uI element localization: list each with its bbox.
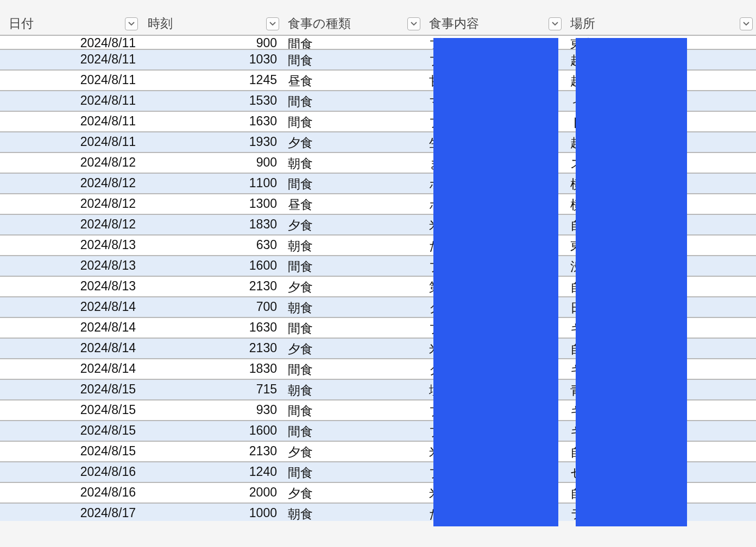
chevron-down-icon [128, 22, 135, 26]
header-type-label: 食事の種類 [288, 15, 351, 32]
cell-date[interactable]: 2024/8/14 [0, 297, 141, 317]
cell-date[interactable]: 2024/8/11 [0, 34, 141, 49]
cell-time[interactable]: 1030 [141, 50, 282, 69]
cell-date[interactable]: 2024/8/11 [0, 71, 141, 90]
cell-time[interactable]: 2000 [141, 483, 282, 503]
cell-date[interactable]: 2024/8/15 [0, 442, 141, 461]
header-food: 食事内容 [424, 12, 565, 35]
cell-date[interactable]: 2024/8/13 [0, 236, 141, 255]
cell-type[interactable]: 朝食 [282, 504, 424, 521]
filter-button-time[interactable] [266, 17, 279, 30]
cell-type[interactable]: 間食 [282, 112, 424, 131]
cell-time[interactable]: 1245 [141, 71, 282, 90]
cell-time[interactable]: 1100 [141, 174, 282, 193]
cell-type[interactable]: 朝食 [282, 236, 424, 255]
cell-type[interactable]: 昼食 [282, 71, 424, 90]
cell-date[interactable]: 2024/8/15 [0, 421, 141, 441]
cell-type[interactable]: 間食 [282, 462, 424, 482]
cell-time[interactable]: 1830 [141, 359, 282, 379]
cell-type[interactable]: 間食 [282, 318, 424, 338]
cell-type[interactable]: 間食 [282, 50, 424, 69]
table-header-row: 日付 時刻 食事の種類 食事内容 場所 [0, 12, 756, 36]
header-time: 時刻 [141, 12, 282, 35]
cell-date[interactable]: 2024/8/14 [0, 318, 141, 338]
cell-date[interactable]: 2024/8/17 [0, 504, 141, 521]
redaction-block [433, 38, 558, 526]
chevron-down-icon [411, 22, 417, 26]
cell-date[interactable]: 2024/8/13 [0, 256, 141, 276]
cell-type[interactable]: 夕食 [282, 277, 424, 296]
cell-date[interactable]: 2024/8/11 [0, 91, 141, 111]
cell-date[interactable]: 2024/8/14 [0, 359, 141, 379]
cell-type[interactable]: 朝食 [282, 297, 424, 317]
cell-date[interactable]: 2024/8/13 [0, 277, 141, 296]
cell-type[interactable]: 間食 [282, 359, 424, 379]
cell-type[interactable]: 間食 [282, 34, 424, 49]
cell-type[interactable]: 朝食 [282, 153, 424, 173]
cell-type[interactable]: 夕食 [282, 483, 424, 503]
cell-type[interactable]: 間食 [282, 256, 424, 276]
cell-type[interactable]: 夕食 [282, 442, 424, 461]
cell-time[interactable]: 930 [141, 400, 282, 420]
header-food-label: 食事内容 [429, 15, 479, 32]
cell-type[interactable]: 間食 [282, 421, 424, 441]
chevron-down-icon [743, 22, 749, 26]
cell-type[interactable]: 間食 [282, 91, 424, 111]
cell-time[interactable]: 700 [141, 297, 282, 317]
header-place-label: 場所 [570, 15, 595, 32]
cell-time[interactable]: 1630 [141, 318, 282, 338]
cell-time[interactable]: 1600 [141, 256, 282, 276]
cell-time[interactable]: 2130 [141, 277, 282, 296]
cell-date[interactable]: 2024/8/15 [0, 400, 141, 420]
cell-time[interactable]: 1300 [141, 194, 282, 214]
cell-time[interactable]: 900 [141, 34, 282, 49]
cell-time[interactable]: 1830 [141, 215, 282, 234]
cell-time[interactable]: 715 [141, 380, 282, 399]
filter-button-food[interactable] [549, 17, 562, 30]
cell-time[interactable]: 1240 [141, 462, 282, 482]
filter-button-date[interactable] [125, 17, 138, 30]
cell-time[interactable]: 1930 [141, 132, 282, 152]
cell-date[interactable]: 2024/8/12 [0, 174, 141, 193]
redaction-block [576, 38, 687, 526]
header-time-label: 時刻 [148, 15, 173, 32]
cell-type[interactable]: 夕食 [282, 132, 424, 152]
cell-time[interactable]: 630 [141, 236, 282, 255]
cell-date[interactable]: 2024/8/11 [0, 132, 141, 152]
cell-type[interactable]: 朝食 [282, 380, 424, 399]
header-type: 食事の種類 [282, 12, 424, 35]
cell-time[interactable]: 2130 [141, 442, 282, 461]
filter-button-type[interactable] [407, 17, 420, 30]
header-date-label: 日付 [9, 15, 34, 32]
header-date: 日付 [0, 12, 141, 35]
cell-date[interactable]: 2024/8/11 [0, 112, 141, 131]
cell-time[interactable]: 1000 [141, 504, 282, 521]
cell-type[interactable]: 間食 [282, 400, 424, 420]
cell-date[interactable]: 2024/8/12 [0, 215, 141, 234]
cell-time[interactable]: 900 [141, 153, 282, 173]
cell-date[interactable]: 2024/8/12 [0, 153, 141, 173]
cell-date[interactable]: 2024/8/14 [0, 339, 141, 358]
cell-date[interactable]: 2024/8/15 [0, 380, 141, 399]
cell-time[interactable]: 1600 [141, 421, 282, 441]
cell-date[interactable]: 2024/8/16 [0, 462, 141, 482]
cell-date[interactable]: 2024/8/12 [0, 194, 141, 214]
cell-type[interactable]: 夕食 [282, 339, 424, 358]
chevron-down-icon [552, 22, 558, 26]
spreadsheet: 日付 時刻 食事の種類 食事内容 場所 [0, 0, 756, 547]
cell-type[interactable]: 夕食 [282, 215, 424, 234]
cell-date[interactable]: 2024/8/11 [0, 50, 141, 69]
cell-date[interactable]: 2024/8/16 [0, 483, 141, 503]
cell-type[interactable]: 昼食 [282, 194, 424, 214]
cell-time[interactable]: 2130 [141, 339, 282, 358]
cell-time[interactable]: 1630 [141, 112, 282, 131]
cell-time[interactable]: 1530 [141, 91, 282, 111]
cell-type[interactable]: 間食 [282, 174, 424, 193]
header-place: 場所 [565, 12, 756, 35]
filter-button-place[interactable] [740, 17, 753, 30]
chevron-down-icon [269, 22, 276, 26]
